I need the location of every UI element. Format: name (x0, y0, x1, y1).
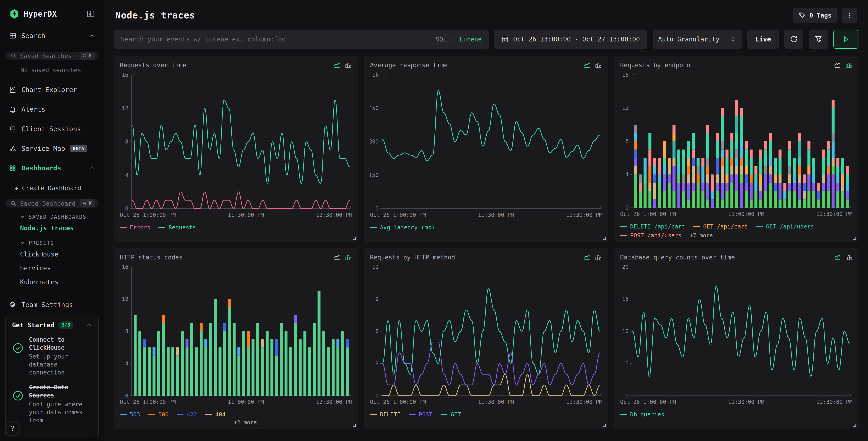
legend-label: 500 (158, 411, 168, 418)
granularity-value: Auto Granularity (658, 35, 719, 43)
svg-text:0: 0 (625, 204, 629, 210)
sidebar-item-dashboards[interactable]: Dashboards (0, 158, 104, 178)
sidebar-item-chart-explorer[interactable]: Chart Explorer (0, 80, 104, 99)
legend-item[interactable]: Requests (158, 224, 196, 231)
date-range-value: Oct 26 13:00:00 - Oct 27 13:00:00 (513, 35, 640, 43)
help-button[interactable]: ? (5, 421, 20, 436)
saved-dashboards-group[interactable]: SAVED DASHBOARDS (0, 209, 104, 221)
presets-group[interactable]: PRESETS (0, 235, 104, 247)
legend-item[interactable]: DELETE /api/cart (620, 223, 685, 230)
legend-item[interactable]: POST (409, 411, 432, 418)
granularity-select[interactable]: Auto Granularity (653, 30, 742, 49)
legend-item[interactable]: GET /api/users (756, 223, 814, 230)
legend-item[interactable]: Avg latency (ms) (370, 224, 435, 231)
legend-label: POST /api/users (630, 232, 682, 239)
collapse-sidebar-icon[interactable] (86, 9, 95, 18)
sidebar-item-label: Search (22, 32, 45, 40)
sidebar-item-label: Team Settings (22, 301, 73, 308)
saved-dashboards-input[interactable] (20, 200, 76, 207)
legend-more-link[interactable]: +7 more (690, 232, 713, 239)
lucene-mode-toggle[interactable]: Lucene (460, 36, 482, 43)
filter-button[interactable] (809, 30, 828, 49)
bar-chart-toggle-icon[interactable] (344, 61, 352, 69)
sidebar-item-team-settings[interactable]: Team Settings (0, 295, 104, 315)
chart-x-labels: Oct 26 1:00:00 PM 11:30:00 PM 12:30:00 P… (370, 399, 602, 405)
sidebar-item-search[interactable]: Search (0, 26, 104, 46)
legend-item[interactable]: Errors (120, 224, 150, 231)
legend-label: 503 (130, 411, 140, 418)
legend-item[interactable]: GET /api/cart (693, 223, 748, 230)
saved-dashboards-search[interactable]: ⌘ K (5, 199, 99, 207)
legend-item[interactable]: 500 (148, 411, 168, 418)
logo-row: HyperDX (0, 0, 104, 26)
refresh-button[interactable] (784, 30, 803, 49)
saved-searches-search[interactable]: ⌘ K (5, 52, 99, 60)
live-button[interactable]: Live (747, 30, 779, 49)
dashboard-item-kubernetes[interactable]: Kubernetes (0, 275, 104, 289)
svg-text:5: 5 (625, 360, 629, 367)
sql-mode-toggle[interactable]: SQL (436, 36, 447, 43)
line-chart-toggle-icon[interactable] (583, 61, 591, 69)
resize-handle[interactable] (353, 237, 356, 240)
legend-item[interactable]: 503 (120, 411, 140, 418)
line-chart-toggle-icon[interactable] (333, 61, 341, 69)
kebab-icon (846, 12, 853, 19)
resize-handle[interactable] (353, 424, 356, 427)
charts-grid: Requests over time 1612840 Oct 26 1:00:0… (114, 56, 859, 430)
bar-chart-toggle-icon[interactable] (845, 254, 852, 262)
legend-item[interactable]: Db queries (620, 411, 664, 418)
hierarchy-icon (9, 145, 17, 152)
x-label-start: Oct 26 1:00:00 PM (120, 212, 176, 218)
more-options-button[interactable] (842, 8, 857, 23)
svg-text:3: 3 (375, 360, 378, 367)
date-range-picker[interactable]: Oct 26 13:00:00 - Oct 27 13:00:00 (494, 30, 647, 49)
run-query-button[interactable] (833, 30, 859, 49)
dashboard-item-services[interactable]: Services (0, 261, 104, 275)
legend-more-link[interactable]: +2 more (234, 419, 257, 426)
sidebar-item-service-map[interactable]: Service Map BETA (0, 139, 104, 158)
page-header: Node.js traces 0 Tags (114, 0, 859, 30)
bar-chart-toggle-icon[interactable] (594, 61, 602, 69)
get-started-item[interactable]: Create Data Sources Configure where your… (12, 383, 92, 424)
chevron-up-icon[interactable] (89, 33, 95, 39)
svg-text:12: 12 (372, 264, 379, 270)
bar-chart-toggle-icon[interactable] (594, 254, 602, 262)
line-chart-toggle-icon[interactable] (583, 254, 591, 262)
chart-canvas: 1612840 (120, 263, 352, 398)
resize-handle[interactable] (853, 424, 856, 427)
event-search-input[interactable] (121, 35, 431, 43)
create-dashboard-button[interactable]: + Create Dashboard (0, 178, 104, 194)
get-started-item[interactable]: Connect to ClickHouse Set up your databa… (12, 336, 92, 377)
legend-item[interactable]: DELETE (370, 411, 401, 418)
legend-label: DELETE (380, 411, 401, 418)
tags-button[interactable]: 0 Tags (793, 8, 837, 23)
line-chart-toggle-icon[interactable] (833, 254, 841, 262)
line-chart-toggle-icon[interactable] (833, 61, 841, 69)
sidebar-item-client-sessions[interactable]: Client Sessions (0, 119, 104, 139)
resize-handle[interactable] (603, 424, 606, 427)
svg-text:16: 16 (122, 71, 128, 78)
x-label-end: 12:30:00 PM (816, 399, 852, 405)
dashboard-item-clickhouse[interactable]: ClickHouse (0, 247, 104, 261)
bell-icon (9, 106, 17, 113)
dashboard-item-nodejs-traces[interactable]: Node.js traces (0, 221, 104, 235)
event-search-bar[interactable]: SQL | Lucene (114, 30, 489, 49)
legend-item[interactable]: 404 (205, 411, 225, 418)
line-chart-toggle-icon[interactable] (333, 254, 341, 262)
svg-text:8: 8 (125, 328, 128, 334)
legend-item[interactable]: POST /api/users (620, 232, 682, 239)
chevron-up-icon[interactable] (89, 165, 95, 171)
resize-handle[interactable] (603, 237, 606, 240)
resize-handle[interactable] (853, 237, 856, 240)
svg-text:20: 20 (622, 264, 629, 270)
shortcut-badge: ⌘ K (80, 199, 95, 207)
sidebar-item-alerts[interactable]: Alerts (0, 99, 104, 119)
legend-item[interactable]: 422 (177, 411, 197, 418)
bar-chart-toggle-icon[interactable] (845, 61, 852, 69)
chevron-up-icon[interactable] (86, 322, 92, 328)
bar-chart-toggle-icon[interactable] (344, 254, 352, 262)
svg-text:4: 4 (625, 171, 629, 178)
legend-item[interactable]: GET (441, 411, 461, 418)
saved-searches-input[interactable] (20, 52, 76, 59)
chevron-down-icon (20, 214, 25, 219)
